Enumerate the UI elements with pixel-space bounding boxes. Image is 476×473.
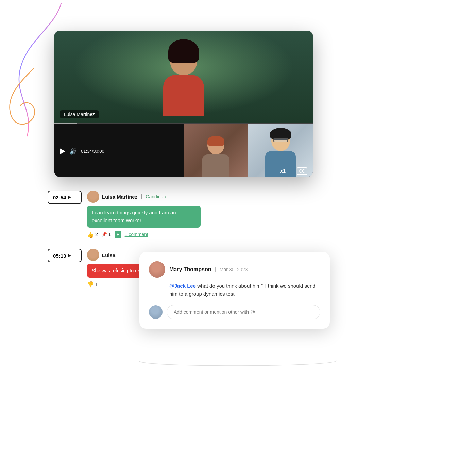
add-reaction-button[interactable]: +	[115, 231, 121, 238]
thumb-down-icon: 👎	[87, 281, 94, 288]
dislike-button[interactable]: 👎 1	[87, 281, 98, 288]
avatar-luisa-2	[87, 249, 99, 261]
speaker-name-2: Luisa	[102, 252, 115, 258]
video-bottom-row: 🔊 01:34/30:00	[54, 124, 313, 177]
reply-user-avatar	[149, 305, 163, 319]
comment-input-row	[149, 305, 320, 319]
speaker-role-1: Candidate	[146, 194, 167, 199]
video-player: Luisa Martinez 🔊 01:34/30:00	[54, 31, 313, 177]
video-progress-fill	[54, 123, 77, 124]
video-controls-bar: 🔊 01:34/30:00	[54, 124, 184, 177]
comment-mention[interactable]: @Jack Lee	[169, 283, 196, 289]
timestamp-button-1[interactable]: 02:54	[48, 191, 82, 204]
add-icon: +	[115, 231, 121, 238]
page-container: Luisa Martinez 🔊 01:34/30:00	[0, 0, 476, 473]
pin-button-1[interactable]: 📌 1	[101, 232, 111, 237]
pin-icon: 📌	[101, 232, 107, 237]
speaker-label: Luisa Martinez	[60, 110, 99, 118]
person-head	[170, 44, 197, 75]
comment-card: Mary Thompson | Mar 30, 2023 @Jack Lee w…	[139, 252, 330, 329]
comment-body: @Jack Lee what do you think about him? I…	[149, 282, 320, 298]
transcript-item-1: 02:54 Luisa Martinez | Candidate I can l…	[48, 191, 201, 238]
ts-play-icon-2	[68, 254, 71, 257]
transcript-text-1: I can learn things quickly and I am an e…	[87, 206, 201, 228]
video-person-main	[150, 44, 218, 123]
video-thumbnails: x1 CC	[184, 124, 313, 177]
reactions-row-1: 👍 2 📌 1 + 1 comment	[87, 231, 201, 238]
volume-button[interactable]: 🔊	[69, 148, 77, 155]
author-name: Mary Thompson	[169, 266, 211, 273]
volume-icon: 🔊	[69, 148, 77, 155]
speaker-name-1: Luisa Martinez	[102, 194, 137, 200]
play-button[interactable]	[60, 148, 65, 154]
author-avatar	[149, 261, 165, 278]
role-divider-1: |	[141, 194, 142, 200]
person-hair	[168, 39, 199, 63]
comment-date-divider: |	[215, 266, 216, 273]
transcript-header-1: Luisa Martinez | Candidate	[87, 191, 201, 203]
timestamp-value-1: 02:54	[53, 195, 66, 200]
person-body	[163, 75, 204, 116]
comment-author-row: Mary Thompson | Mar 30, 2023	[149, 261, 320, 278]
time-display: 01:34/30:00	[81, 149, 104, 154]
ts-play-icon-1	[68, 196, 71, 199]
comment-input[interactable]	[167, 305, 320, 319]
thumb-up-icon: 👍	[87, 231, 94, 238]
comment-label-1[interactable]: 1 comment	[125, 232, 148, 237]
like-button-1[interactable]: 👍 2	[87, 231, 98, 238]
cc-badge[interactable]: CC	[297, 167, 307, 175]
transcript-content-1: Luisa Martinez | Candidate I can learn t…	[87, 191, 201, 238]
pin-count-1: 1	[108, 232, 111, 237]
thumbnail-left	[184, 124, 248, 177]
avatar-luisa	[87, 191, 99, 203]
timestamp-button-2[interactable]: 05:13	[48, 249, 82, 262]
dislike-count: 1	[95, 282, 98, 287]
thumbnail-right: x1 CC	[248, 124, 313, 177]
video-main-area: Luisa Martinez	[54, 31, 313, 123]
play-icon	[60, 148, 65, 154]
comment-date: Mar 30, 2023	[220, 267, 248, 272]
like-count-1: 2	[95, 232, 98, 237]
author-info: Mary Thompson | Mar 30, 2023	[169, 266, 248, 273]
speed-badge: x1	[280, 168, 286, 174]
timestamp-value-2: 05:13	[53, 253, 66, 259]
